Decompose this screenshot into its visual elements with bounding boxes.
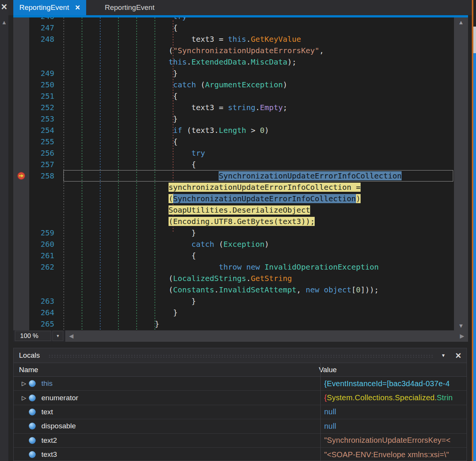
code-line[interactable]: 261 { [13, 250, 454, 261]
code-token: text3 = [63, 35, 228, 44]
code-line[interactable]: 256 try [13, 147, 454, 159]
breakpoint-margin-cell[interactable] [13, 295, 29, 307]
tab-reportingevent-inactive[interactable]: ReportingEvent [99, 0, 160, 15]
code-line[interactable]: ("SynchronizationUpdateErrorsKey", [13, 45, 454, 56]
breakpoint-margin-cell[interactable] [13, 227, 29, 238]
code-line[interactable]: (SynchronizationUpdateErrorInfoCollectio… [13, 193, 454, 204]
scroll-up-icon[interactable]: ▲ [454, 19, 468, 25]
breakpoint-margin-cell[interactable] [13, 68, 29, 79]
locals-row[interactable]: disposablenull [14, 419, 467, 433]
code-token: , [296, 285, 306, 294]
code-line[interactable]: 249 } [13, 68, 454, 79]
code-line[interactable]: 250 catch (ArgumentException) [13, 79, 454, 90]
code-text: this.ExtendedData.MiscData); [54, 56, 296, 68]
breakpoint-margin-cell[interactable] [13, 147, 29, 159]
close-icon[interactable]: × [456, 351, 461, 360]
zoom-dropdown-button[interactable]: ▼ [52, 331, 63, 341]
code-token: InvalidOperationException [265, 262, 379, 272]
column-header-value[interactable]: Value [315, 366, 337, 374]
close-icon[interactable]: × [0, 1, 8, 13]
code-line[interactable]: 252 text3 = string.Empty; [13, 102, 454, 113]
breakpoint-margin-cell[interactable] [13, 33, 29, 45]
zoom-level-select[interactable]: 100 % [15, 331, 51, 341]
code-line[interactable]: (Encoding.UTF8.GetBytes(text3)); [13, 216, 454, 227]
code-text: if (text3.Length > 0) [54, 125, 269, 136]
column-splitter[interactable] [320, 363, 321, 461]
column-header-name[interactable]: Name [14, 366, 315, 374]
code-line[interactable]: synchronizationUpdateErrorInfoCollection… [13, 182, 454, 193]
breakpoint-margin-cell[interactable] [13, 284, 29, 295]
scroll-down-icon[interactable]: ▼ [454, 322, 468, 329]
code-line[interactable]: this.ExtendedData.MiscData); [13, 56, 454, 68]
breakpoint-margin-cell[interactable] [13, 204, 29, 216]
line-number: 246 [29, 17, 54, 22]
locals-row[interactable]: text2"SynchronizationUpdateErrorsKey=< [14, 434, 467, 448]
code-token: ( [196, 80, 205, 89]
code-line[interactable]: 265 } [13, 318, 454, 330]
breakpoint-margin-cell[interactable] [13, 193, 29, 204]
code-line[interactable]: 251 { [13, 90, 454, 102]
breakpoint-margin-cell[interactable] [13, 159, 29, 170]
breakpoint-margin-cell[interactable] [13, 22, 29, 33]
code-token: SoapUtilities.DeserializeObject [169, 205, 310, 215]
code-token: ( [169, 194, 173, 203]
breakpoint-margin-cell[interactable] [13, 125, 29, 136]
horizontal-scrollbar[interactable]: ◀ ▶ [65, 330, 468, 342]
document-tab-bar: ReportingEvent × ReportingEvent [8, 0, 472, 15]
breakpoint-margin-cell[interactable] [13, 261, 29, 273]
code-line[interactable]: (LocalizedStrings.GetString [13, 273, 454, 284]
code-line[interactable]: 248 text3 = this.GetKeyValue [13, 33, 454, 45]
breakpoint-margin-cell[interactable] [13, 90, 29, 102]
code-line[interactable]: 253 } [13, 113, 454, 125]
breakpoint-icon[interactable] [13, 170, 29, 182]
code-line[interactable]: 246 try [13, 17, 454, 22]
vertical-scrollbar[interactable]: ▲ ▼ [454, 17, 468, 330]
scroll-left-icon[interactable]: ◀ [69, 330, 74, 342]
breakpoint-margin-cell[interactable] [13, 45, 29, 56]
breakpoint-margin-cell[interactable] [13, 102, 29, 113]
tab-close-icon[interactable]: × [75, 4, 80, 11]
code-editor[interactable]: 246 try247 {248 text3 = this.GetKeyValue… [13, 17, 454, 330]
code-line[interactable]: 254 if (text3.Length > 0) [13, 125, 454, 136]
title-grip-dots[interactable] [48, 354, 433, 358]
breakpoint-margin-cell[interactable] [13, 79, 29, 90]
code-line[interactable]: (Constants.InvalidSetAttempt, new object… [13, 284, 454, 295]
code-line[interactable]: 264 } [13, 307, 454, 318]
code-token: GetString [251, 274, 292, 283]
locals-row[interactable]: ▷enumerator{System.Collections.Specializ… [14, 391, 467, 405]
code-line[interactable]: 255 { [13, 136, 454, 147]
breakpoint-margin-cell[interactable] [13, 56, 29, 68]
code-line[interactable]: 262 throw new InvalidOperationException [13, 261, 454, 273]
code-line[interactable]: 260 catch (Exception) [13, 238, 454, 250]
code-line[interactable]: 257 { [13, 159, 454, 170]
value-token: Strin [437, 393, 453, 402]
locals-row[interactable]: text3"<SOAP-ENV:Envelope xmlns:xsi=\" [14, 448, 467, 461]
code-line[interactable]: 263 } [13, 295, 454, 307]
locals-name-cell: ▷this [14, 379, 320, 388]
breakpoint-margin-cell[interactable] [13, 182, 29, 193]
scroll-right-icon[interactable]: ▶ [460, 330, 464, 342]
breakpoint-margin-cell[interactable] [13, 250, 29, 261]
code-text: (Encoding.UTF8.GetBytes(text3)); [54, 216, 315, 227]
breakpoint-margin-cell[interactable] [13, 136, 29, 147]
expander-icon[interactable]: ▷ [19, 395, 29, 401]
code-line[interactable]: 247 { [13, 22, 454, 33]
scroll-up-icon[interactable]: ▲ [0, 19, 8, 25]
breakpoint-margin-cell[interactable] [13, 17, 29, 22]
locals-row[interactable]: textnull [14, 405, 467, 419]
tab-reportingevent-active[interactable]: ReportingEvent × [13, 0, 86, 15]
window-position-chevron-icon[interactable]: ▼ [441, 353, 446, 358]
breakpoint-margin-cell[interactable] [13, 307, 29, 318]
expander-icon[interactable]: ▷ [19, 380, 29, 387]
code-line[interactable]: 259 } [13, 227, 454, 238]
breakpoint-margin-cell[interactable] [13, 113, 29, 125]
breakpoint-margin-cell[interactable] [13, 238, 29, 250]
code-line[interactable]: 258 SynchronizationUpdateErrorInfoCollec… [13, 170, 454, 182]
code-line[interactable]: SoapUtilities.DeserializeObject [13, 204, 454, 216]
locals-title-bar[interactable]: Locals ▼ × [14, 348, 467, 363]
locals-row[interactable]: ▷this{EventInstanceId=[bac3d4ad-037e-4 [14, 377, 467, 391]
breakpoint-margin-cell[interactable] [13, 318, 29, 330]
breakpoint-margin-cell[interactable] [13, 216, 29, 227]
editor-bottom-bar: 100 % ▼ ◀ ▶ [13, 330, 468, 342]
breakpoint-margin-cell[interactable] [13, 273, 29, 284]
